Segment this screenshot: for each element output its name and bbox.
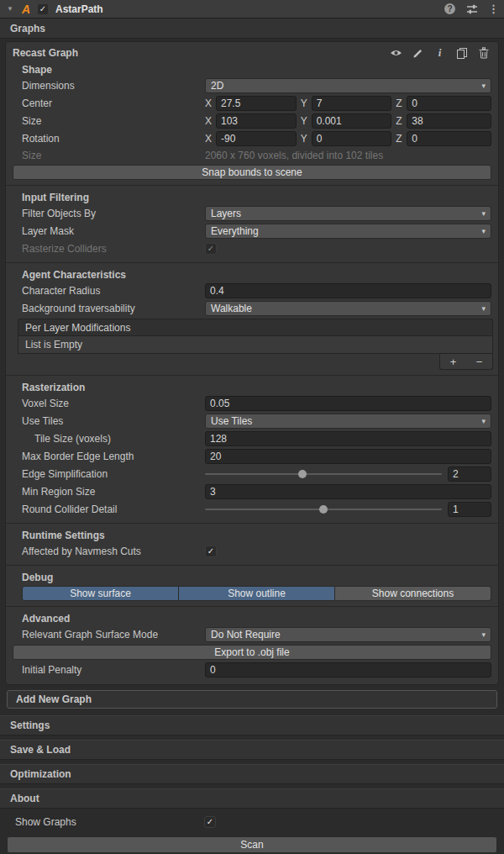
recast-graph-toolbar: i	[390, 47, 490, 59]
recast-graph-header[interactable]: Recast Graph i	[6, 45, 498, 61]
use-tiles-dropdown[interactable]: Use Tiles ▾	[205, 414, 491, 429]
initial-penalty-label: Initial Penalty	[22, 664, 205, 676]
tile-size-field[interactable]: 128	[205, 431, 491, 446]
show-outline-toggle[interactable]: Show outline	[179, 586, 335, 601]
add-new-graph-button[interactable]: Add New Graph	[7, 690, 497, 709]
edge-simplification-row: Edge Simplification 2	[6, 466, 498, 482]
chevron-down-icon: ▾	[481, 209, 486, 218]
list-empty-row: List is Empty	[18, 335, 493, 354]
rotation-x-field[interactable]: -90	[216, 131, 297, 146]
show-graphs-row: Show Graphs ✓	[0, 814, 504, 830]
list-footer: + −	[18, 354, 493, 370]
rasterize-colliders-row: Rasterize Colliders ✓	[6, 240, 498, 257]
divider	[6, 185, 498, 186]
rasterization-header: Rasterization	[6, 379, 498, 394]
duplicate-icon[interactable]	[455, 47, 468, 59]
size-x-field[interactable]: 103	[216, 113, 297, 129]
rotation-z-field[interactable]: 0	[407, 131, 491, 146]
layer-mask-label: Layer Mask	[22, 225, 205, 237]
size-row: Size X103 Y0.001 Z38	[6, 113, 498, 129]
show-graphs-label: Show Graphs	[15, 816, 204, 828]
shape-section-header: Shape	[6, 61, 498, 76]
min-region-size-row: Min Region Size 3	[6, 483, 498, 500]
center-z-field[interactable]: 0	[407, 96, 491, 111]
layer-mask-dropdown[interactable]: Everything ▾	[205, 224, 491, 239]
divider	[6, 606, 498, 607]
settings-section-header[interactable]: Settings	[0, 715, 504, 735]
slider-thumb[interactable]	[319, 505, 328, 514]
voxel-size-field[interactable]: 0.05	[205, 396, 491, 411]
snap-bounds-button[interactable]: Snap bounds to scene	[13, 165, 491, 180]
size-y-field[interactable]: 0.001	[312, 113, 392, 129]
y-axis-label: Y	[301, 115, 312, 127]
about-section-header[interactable]: About	[0, 788, 504, 809]
tile-size-row: Tile Size (voxels) 128	[6, 430, 498, 447]
relevant-graph-surface-mode-dropdown[interactable]: Do Not Require ▾	[205, 627, 491, 642]
runtime-settings-header: Runtime Settings	[6, 527, 498, 542]
save-load-section-header[interactable]: Save & Load	[0, 740, 504, 760]
filter-objects-by-label: Filter Objects By	[22, 208, 205, 219]
info-icon[interactable]: i	[433, 47, 446, 59]
rasterize-colliders-checkbox: ✓	[205, 243, 217, 255]
initial-penalty-field[interactable]: 0	[205, 662, 491, 677]
round-collider-detail-slider[interactable]	[205, 509, 442, 510]
list-add-button[interactable]: +	[445, 356, 462, 367]
size-info-label: Size	[22, 150, 205, 161]
z-axis-label: Z	[396, 115, 407, 127]
center-y-field[interactable]: 7	[312, 96, 392, 111]
filter-objects-by-row: Filter Objects By Layers ▾	[6, 205, 498, 222]
presets-icon[interactable]	[465, 3, 478, 15]
y-axis-label: Y	[301, 98, 312, 109]
x-axis-label: X	[205, 98, 216, 109]
component-enabled-checkbox[interactable]: ✓	[37, 3, 49, 15]
rotation-y-field[interactable]: 0	[312, 131, 392, 146]
affected-by-navmesh-cuts-checkbox[interactable]: ✓	[205, 546, 217, 557]
z-axis-label: Z	[396, 98, 407, 109]
character-radius-label: Character Radius	[22, 285, 205, 297]
advanced-header: Advanced	[6, 610, 498, 625]
optimization-section-header[interactable]: Optimization	[0, 764, 504, 784]
debug-toggle-group: Show surface Show outline Show connectio…	[6, 586, 498, 601]
round-collider-detail-label: Round Collider Detail	[22, 503, 205, 515]
per-layer-modifications-header[interactable]: Per Layer Modifications	[18, 319, 493, 335]
per-layer-modifications-list: Per Layer Modifications List is Empty + …	[18, 319, 493, 370]
help-icon[interactable]: ?	[444, 3, 455, 14]
scan-button[interactable]: Scan	[7, 836, 497, 853]
foldout-arrow-icon[interactable]: ▼	[5, 5, 15, 13]
relevant-graph-surface-mode-label: Relevant Graph Surface Mode	[22, 629, 205, 640]
dimensions-label: Dimensions	[22, 80, 205, 92]
kebab-menu-icon[interactable]: ⋮	[488, 3, 499, 15]
edit-pencil-icon[interactable]	[412, 47, 424, 59]
show-surface-toggle[interactable]: Show surface	[22, 586, 179, 601]
component-header: ▼ A ✓ AstarPath ? ⋮	[0, 0, 504, 18]
component-title: AstarPath	[55, 3, 103, 15]
size-label: Size	[22, 115, 205, 127]
size-info-value: 2060 x 760 voxels, divided into 102 tile…	[205, 150, 491, 161]
max-border-edge-length-field[interactable]: 20	[205, 449, 491, 464]
dimensions-dropdown[interactable]: 2D ▾	[205, 78, 491, 93]
graphs-section-label: Graphs	[10, 23, 45, 34]
character-radius-field[interactable]: 0.4	[205, 283, 491, 298]
max-border-edge-length-row: Max Border Edge Length 20	[6, 448, 498, 465]
size-z-field[interactable]: 38	[407, 113, 491, 129]
voxel-size-info-row: Size 2060 x 760 voxels, divided into 102…	[6, 148, 498, 163]
use-tiles-label: Use Tiles	[22, 415, 205, 427]
x-axis-label: X	[205, 133, 216, 145]
show-graphs-checkbox[interactable]: ✓	[204, 816, 216, 828]
graphs-section-header[interactable]: Graphs	[0, 18, 504, 39]
min-region-size-field[interactable]: 3	[205, 484, 491, 499]
delete-trash-icon[interactable]	[477, 47, 490, 59]
export-obj-button[interactable]: Export to .obj file	[13, 645, 491, 660]
edge-simplification-slider[interactable]	[205, 473, 442, 475]
center-x-field[interactable]: 27.5	[216, 96, 297, 111]
list-remove-button[interactable]: −	[471, 356, 488, 367]
visibility-eye-icon[interactable]	[390, 47, 402, 59]
filter-objects-by-dropdown[interactable]: Layers ▾	[205, 206, 491, 221]
slider-thumb[interactable]	[298, 470, 307, 478]
background-traversability-dropdown[interactable]: Walkable ▾	[205, 301, 491, 316]
edge-simplification-field[interactable]: 2	[448, 467, 491, 482]
voxel-size-row: Voxel Size 0.05	[6, 395, 498, 412]
show-connections-toggle[interactable]: Show connections	[335, 586, 491, 601]
chevron-down-icon: ▾	[481, 82, 486, 90]
round-collider-detail-field[interactable]: 1	[448, 502, 491, 517]
